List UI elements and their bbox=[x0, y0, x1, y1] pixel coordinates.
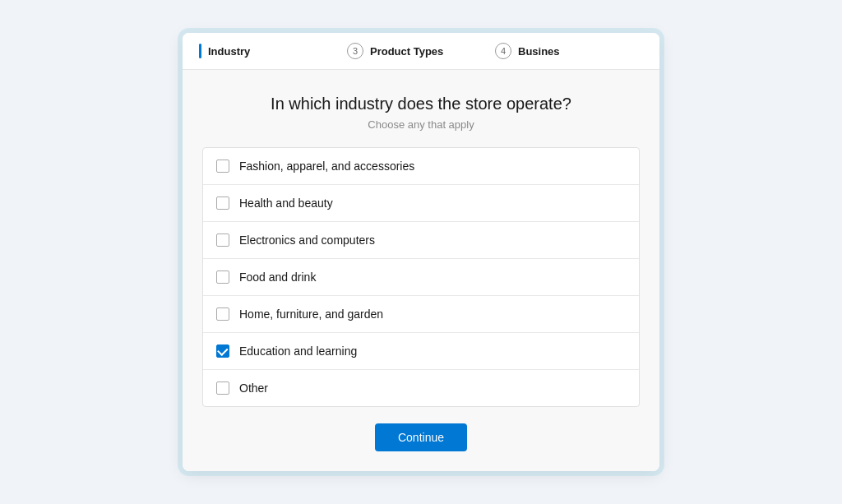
checkbox-health[interactable] bbox=[216, 197, 229, 210]
step-industry: Industry bbox=[199, 44, 347, 58]
main-content: In which industry does the store operate… bbox=[183, 70, 659, 471]
checkbox-home[interactable] bbox=[216, 307, 229, 321]
step-business-number: 4 bbox=[495, 43, 511, 59]
main-card: Industry 3 Product Types 4 Busines In wh… bbox=[183, 33, 659, 471]
option-row-home[interactable]: Home, furniture, and garden bbox=[203, 296, 639, 333]
option-label-health: Health and beauty bbox=[239, 197, 333, 210]
option-row-health[interactable]: Health and beauty bbox=[203, 185, 639, 222]
checkbox-other[interactable] bbox=[216, 381, 229, 395]
option-row-electronics[interactable]: Electronics and computers bbox=[203, 222, 639, 259]
continue-btn-wrapper: Continue bbox=[202, 423, 640, 451]
option-row-food[interactable]: Food and drink bbox=[203, 259, 639, 296]
option-row-other[interactable]: Other bbox=[203, 370, 639, 406]
option-row-fashion[interactable]: Fashion, apparel, and accessories bbox=[203, 148, 639, 185]
option-label-home: Home, furniture, and garden bbox=[239, 307, 383, 321]
checkbox-education[interactable] bbox=[216, 344, 229, 358]
option-label-fashion: Fashion, apparel, and accessories bbox=[239, 160, 414, 173]
checkbox-electronics[interactable] bbox=[216, 234, 229, 247]
step-product-types-label: Product Types bbox=[370, 45, 443, 58]
step-product-types-number: 3 bbox=[347, 43, 363, 59]
question-title: In which industry does the store operate… bbox=[202, 95, 640, 113]
options-list: Fashion, apparel, and accessoriesHealth … bbox=[202, 147, 640, 407]
option-label-electronics: Electronics and computers bbox=[239, 234, 375, 247]
checkbox-fashion[interactable] bbox=[216, 160, 229, 173]
step-product-types: 3 Product Types bbox=[347, 43, 495, 59]
option-label-food: Food and drink bbox=[239, 270, 316, 284]
step-business-label: Busines bbox=[518, 45, 560, 58]
checkbox-food[interactable] bbox=[216, 270, 229, 284]
step-active-indicator bbox=[199, 44, 201, 58]
step-business: 4 Busines bbox=[495, 43, 643, 59]
option-label-other: Other bbox=[239, 381, 268, 395]
option-label-education: Education and learning bbox=[239, 344, 357, 358]
option-row-education[interactable]: Education and learning bbox=[203, 333, 639, 370]
stepper: Industry 3 Product Types 4 Busines bbox=[183, 33, 659, 70]
continue-button[interactable]: Continue bbox=[375, 423, 467, 451]
step-industry-label: Industry bbox=[208, 45, 250, 58]
question-subtitle: Choose any that apply bbox=[202, 118, 640, 131]
